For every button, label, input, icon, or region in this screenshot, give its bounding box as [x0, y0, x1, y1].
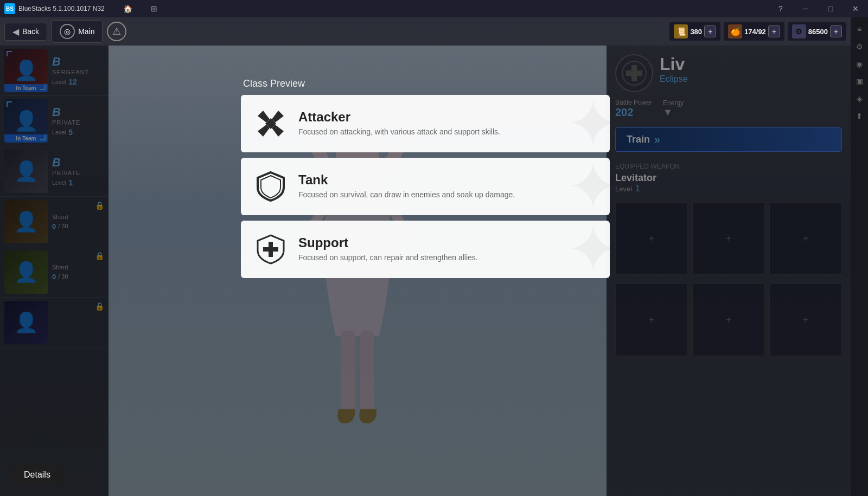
alert-icon[interactable]: ⚠	[107, 22, 126, 41]
main-button[interactable]: ◎ Main	[52, 20, 103, 43]
support-icon-svg	[254, 233, 287, 266]
right-sidebar: ≡ ⚙ ◉ ▣ ◈ ⬆	[851, 17, 868, 496]
resource2-value: 174/92	[744, 28, 766, 36]
tank-name: Tank	[298, 172, 599, 188]
resource-group-2: 🍊 174/92 +	[724, 22, 784, 41]
window-controls: ? ─ □ ✕	[768, 0, 868, 17]
app-title: BlueStacks 5.1.100.1017 N32	[18, 5, 105, 12]
resource1-icon: 📜	[674, 24, 688, 38]
title-bar: BS BlueStacks 5.1.100.1017 N32 🏠 ⊞ ? ─ □…	[0, 0, 868, 17]
resource3-value: 86500	[808, 28, 828, 36]
nav-resources: 📜 380 + 🍊 174/92 + ⚙ 86500 +	[669, 22, 846, 41]
support-icon-box	[252, 230, 290, 268]
home-btn[interactable]: 🏠	[116, 0, 141, 17]
details-label: Details	[24, 470, 50, 479]
top-nav: ◀ Back ◎ Main ⚠ 📜 380 + 🍊 174/92 + ⚙	[0, 17, 851, 46]
support-text: Support Focused on support, can repair a…	[298, 235, 599, 263]
support-name: Support	[298, 235, 599, 250]
tank-icon-svg	[254, 170, 287, 203]
maximize-btn[interactable]: □	[818, 0, 843, 17]
attacker-class-card[interactable]: ✦	[241, 95, 610, 152]
attacker-icon-box	[252, 105, 290, 143]
game-area: ◀ Back ◎ Main ⚠ 📜 380 + 🍊 174/92 + ⚙	[0, 17, 851, 496]
sidebar-icon-4[interactable]: ▣	[852, 74, 867, 89]
app-logo: BS BlueStacks 5.1.100.1017 N32	[0, 3, 109, 14]
back-label: Back	[22, 27, 39, 36]
sidebar-icon-5[interactable]: ◈	[852, 91, 867, 106]
sidebar-icon-3[interactable]: ◉	[852, 56, 867, 72]
support-desc: Focused on support, can repair and stren…	[298, 253, 599, 263]
attacker-name: Attacker	[298, 109, 599, 125]
close-btn[interactable]: ✕	[843, 0, 868, 17]
details-button[interactable]: Details	[11, 465, 63, 485]
support-class-card[interactable]: ✦ Support Focused on support, can repair…	[241, 221, 610, 278]
class-preview-modal: Class Preview ✦	[0, 46, 851, 496]
multi-btn[interactable]: ⊞	[142, 0, 167, 17]
tank-icon-box	[252, 168, 290, 205]
attacker-desc: Focused on attacking, with various attac…	[298, 127, 599, 138]
resource-group-3: ⚙ 86500 +	[788, 22, 846, 41]
sidebar-icon-1[interactable]: ≡	[852, 22, 867, 37]
main-label: Main	[78, 27, 94, 36]
resource3-add-btn[interactable]: +	[830, 25, 842, 37]
sidebar-icon-6[interactable]: ⬆	[852, 108, 867, 124]
resource1-add-btn[interactable]: +	[704, 25, 716, 37]
modal-title: Class Preview	[241, 78, 610, 89]
minimize-btn[interactable]: ─	[793, 0, 818, 17]
resource3-icon: ⚙	[792, 24, 806, 38]
back-arrow-icon: ◀	[12, 27, 19, 37]
attacker-text: Attacker Focused on attacking, with vari…	[298, 109, 599, 138]
sidebar-icon-2[interactable]: ⚙	[852, 39, 867, 54]
resource2-icon: 🍊	[728, 24, 742, 38]
main-circle-icon: ◎	[60, 24, 75, 39]
svg-rect-9	[263, 247, 278, 252]
back-button[interactable]: ◀ Back	[4, 23, 47, 41]
tank-class-card[interactable]: ✦ Tank Focused on survival, can draw in …	[241, 158, 610, 215]
resource-group-1: 📜 380 +	[669, 22, 720, 41]
resource1-value: 380	[690, 28, 702, 36]
resource2-add-btn[interactable]: +	[768, 25, 780, 37]
tank-desc: Focused on survival, can draw in enemies…	[298, 190, 599, 201]
modal-container: Class Preview ✦	[241, 78, 610, 284]
attacker-icon-svg	[254, 107, 287, 140]
bluestacks-icon: BS	[4, 3, 15, 14]
tank-text: Tank Focused on survival, can draw in en…	[298, 172, 599, 201]
help-btn[interactable]: ?	[768, 0, 793, 17]
